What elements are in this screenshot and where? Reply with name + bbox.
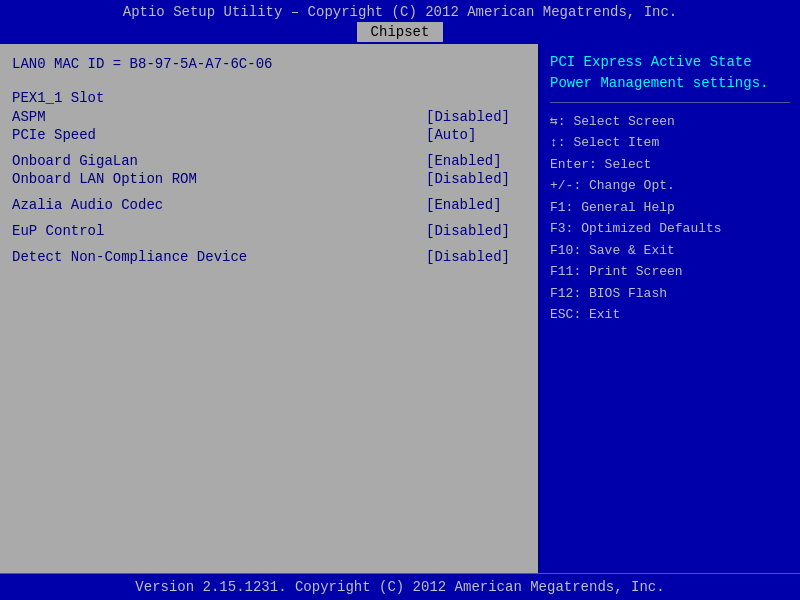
setting-value-pcie-speed: [Auto] <box>426 127 526 143</box>
main-content: LAN0 MAC ID = B8-97-5A-A7-6C-06 PEX1_1 S… <box>0 44 800 573</box>
setting-label-eup: EuP Control <box>12 223 104 239</box>
setting-value-detect-noncompliance: [Disabled] <box>426 249 526 265</box>
header-title: Aptio Setup Utility – Copyright (C) 2012… <box>123 4 678 20</box>
tab-chipset[interactable]: Chipset <box>357 22 444 42</box>
key-f1-help: F1: General Help <box>550 197 790 218</box>
setting-row-detect-noncompliance[interactable]: Detect Non-Compliance Device [Disabled] <box>12 248 526 266</box>
help-description: PCI Express Active State Power Managemen… <box>550 52 790 103</box>
key-f10-save: F10: Save & Exit <box>550 240 790 261</box>
key-change-opt: +/-: Change Opt. <box>550 175 790 196</box>
setting-value-eup: [Disabled] <box>426 223 526 239</box>
key-enter-select: Enter: Select <box>550 154 790 175</box>
setting-label-detect-noncompliance: Detect Non-Compliance Device <box>12 249 247 265</box>
key-f11-print: F11: Print Screen <box>550 261 790 282</box>
key-esc-exit: ESC: Exit <box>550 304 790 325</box>
footer-text: Version 2.15.1231. Copyright (C) 2012 Am… <box>135 579 664 595</box>
setting-row-azalia[interactable]: Azalia Audio Codec [Enabled] <box>12 196 526 214</box>
setting-value-gigalan: [Enabled] <box>426 153 526 169</box>
setting-label-azalia: Azalia Audio Codec <box>12 197 163 213</box>
setting-label-pcie-speed: PCIe Speed <box>12 127 96 143</box>
left-panel: LAN0 MAC ID = B8-97-5A-A7-6C-06 PEX1_1 S… <box>0 44 540 573</box>
setting-label-aspm: ASPM <box>12 109 46 125</box>
setting-row-gigalan[interactable]: Onboard GigaLan [Enabled] <box>12 152 526 170</box>
key-f3-defaults: F3: Optimized Defaults <box>550 218 790 239</box>
key-f12-bios: F12: BIOS Flash <box>550 283 790 304</box>
header-bar: Aptio Setup Utility – Copyright (C) 2012… <box>0 0 800 22</box>
setting-label-lan-rom: Onboard LAN Option ROM <box>12 171 197 187</box>
key-select-screen: ⇆: Select Screen <box>550 111 790 132</box>
setting-row-eup[interactable]: EuP Control [Disabled] <box>12 222 526 240</box>
setting-row-aspm[interactable]: ASPM [Disabled] <box>12 108 526 126</box>
tab-bar: Chipset <box>0 22 800 44</box>
setting-row-pcie-speed[interactable]: PCIe Speed [Auto] <box>12 126 526 144</box>
footer-bar: Version 2.15.1231. Copyright (C) 2012 Am… <box>0 573 800 600</box>
pex-section-title: PEX1_1 Slot <box>12 84 526 108</box>
setting-value-lan-rom: [Disabled] <box>426 171 526 187</box>
right-panel: PCI Express Active State Power Managemen… <box>540 44 800 573</box>
setting-row-lan-rom[interactable]: Onboard LAN Option ROM [Disabled] <box>12 170 526 188</box>
setting-value-azalia: [Enabled] <box>426 197 526 213</box>
key-help: ⇆: Select Screen ↕: Select Item Enter: S… <box>550 111 790 325</box>
setting-label-gigalan: Onboard GigaLan <box>12 153 138 169</box>
key-select-item: ↕: Select Item <box>550 132 790 153</box>
setting-value-aspm: [Disabled] <box>426 109 526 125</box>
mac-id: LAN0 MAC ID = B8-97-5A-A7-6C-06 <box>12 52 526 76</box>
